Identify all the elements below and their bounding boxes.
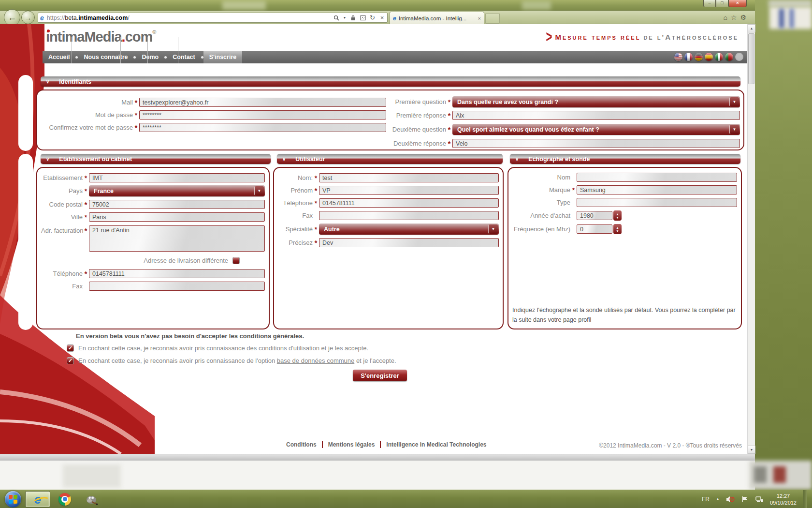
marque-input[interactable]: Samsung [577, 185, 737, 194]
flag-italy-icon[interactable] [715, 53, 723, 61]
adresse-facturation-textarea[interactable]: 21 rue d'Antin [89, 225, 265, 252]
close-window-button[interactable]: × [728, 0, 747, 7]
section-header-utilisateur[interactable]: ∨ Utilisateur [277, 154, 503, 164]
address-bar[interactable]: e https://beta.intimamedia.com/ ▼ ↻ × [38, 13, 388, 23]
window-controls: – □ × [703, 0, 747, 7]
tab-close-icon[interactable]: × [478, 15, 481, 21]
chevron-down-icon[interactable]: ▼ [254, 186, 264, 195]
flag-france-icon[interactable] [684, 53, 693, 61]
pays-select[interactable]: France ▼ [89, 185, 265, 196]
tools-gear-icon[interactable]: ⚙ [740, 14, 746, 21]
frequence-stepper[interactable]: ▲▼ [613, 224, 622, 234]
confirm-password-input[interactable]: ******** [139, 123, 386, 132]
type-input[interactable] [577, 198, 737, 207]
frequence-input[interactable]: 0 [577, 224, 612, 234]
panel-identifiants: Mail * testvpexplorer@yahoo.fr Mot de pa… [36, 90, 744, 150]
nav-item-contact[interactable]: Contact [167, 51, 201, 63]
specialite-select[interactable]: Autre ▼ [319, 224, 499, 235]
ville-input[interactable]: Paris [89, 212, 265, 222]
question1-select[interactable]: Dans quelle rue avez vous grandi ? ▼ [452, 96, 740, 107]
conditions-utilisation-link[interactable]: conditions d'utilisation [259, 344, 319, 352]
taskbar-clock[interactable]: 12:27 09/10/2012 [770, 493, 797, 506]
minimize-button[interactable]: – [703, 0, 716, 7]
new-tab-button[interactable] [485, 13, 500, 24]
taskbar-ie-button[interactable]: e [25, 491, 50, 508]
language-indicator[interactable]: FR [702, 496, 710, 503]
register-button[interactable]: S'enregistrer [353, 370, 407, 381]
livraison-checkbox[interactable] [232, 257, 240, 264]
home-icon[interactable]: ⌂ [723, 14, 727, 21]
start-button[interactable] [5, 491, 21, 508]
footer-link-mentions[interactable]: Mentions légales [328, 441, 375, 448]
action-center-flag-icon[interactable] [741, 495, 749, 503]
nav-item-sinscrire[interactable]: S'inscrire [203, 51, 242, 63]
show-desktop-button[interactable] [803, 490, 807, 508]
nom-input[interactable]: test [319, 173, 499, 182]
fax-user-input[interactable] [319, 211, 499, 220]
mail-input[interactable]: testvpexplorer@yahoo.fr [139, 98, 386, 107]
conditions-checkbox[interactable]: ✓ [67, 344, 74, 352]
nav-item-accueil[interactable]: Accueil [43, 51, 75, 63]
footer-link-conditions[interactable]: Conditions [286, 441, 317, 448]
answer2-input[interactable]: Velo [452, 139, 740, 148]
stop-icon[interactable]: × [379, 15, 385, 21]
url-text[interactable]: https://beta.intimamedia.com/ [47, 15, 333, 21]
chevron-down-icon[interactable]: ▼ [729, 97, 739, 106]
answer1-input[interactable]: Aix [452, 111, 740, 120]
titlebar-glass-reflection [222, 1, 266, 10]
nav-tick [147, 37, 148, 63]
flag-portugal-icon[interactable] [725, 53, 733, 61]
scroll-up-button[interactable]: ▲ [748, 24, 755, 32]
collapse-arrow-icon[interactable]: ∨ [46, 156, 49, 162]
telephone-input[interactable]: 0145781111 [89, 269, 265, 278]
maximize-button[interactable]: □ [716, 0, 728, 7]
section-header-identifiants[interactable]: ∨ Identifiants [41, 76, 740, 87]
search-dropdown-icon[interactable]: ▼ [343, 15, 347, 21]
collapse-arrow-icon[interactable]: ∨ [515, 156, 519, 162]
flag-us-icon[interactable] [674, 53, 682, 61]
forward-button[interactable]: → [21, 11, 35, 24]
etablissement-input[interactable]: IMT [89, 173, 265, 182]
code-postal-input[interactable]: 75002 [89, 200, 265, 209]
nav-item-nous-connaitre[interactable]: Nous connaître [78, 51, 133, 63]
tray-expand-icon[interactable]: ▲ [716, 497, 720, 501]
database-checkbox[interactable]: ✓ [67, 357, 74, 364]
flag-spain-icon[interactable] [705, 53, 713, 61]
network-icon[interactable] [755, 495, 764, 503]
base-donnees-link[interactable]: base de données commune [277, 357, 354, 364]
search-icon[interactable] [333, 15, 339, 21]
password-input[interactable]: ******** [139, 110, 386, 120]
flag-germany-icon[interactable] [695, 53, 703, 61]
section-header-etablissement[interactable]: ∨ Etablissement ou cabinet [41, 154, 271, 164]
vertical-scrollbar[interactable]: ▲ ▼ [747, 24, 755, 454]
nom-echographe-input[interactable] [577, 173, 737, 182]
taskbar-chrome-button[interactable] [52, 491, 77, 508]
annee-stepper[interactable]: ▲▼ [613, 210, 622, 221]
refresh-icon[interactable]: ↻ [369, 15, 376, 21]
nav-item-demo[interactable]: Demo [136, 51, 164, 63]
scroll-down-button[interactable]: ▼ [748, 446, 755, 454]
collapse-arrow-icon[interactable]: ∨ [46, 79, 49, 84]
taskbar-gimp-button[interactable] [79, 491, 104, 508]
compatibility-view-icon[interactable] [360, 15, 366, 21]
annee-achat-input[interactable]: 1980 [577, 211, 612, 220]
chevron-down-icon[interactable]: ▼ [488, 224, 498, 234]
fax-input[interactable] [89, 282, 265, 291]
browser-tab[interactable]: e IntimaMedia.com - Intellig... × [390, 12, 484, 24]
prenom-input[interactable]: VP [319, 186, 499, 195]
scrollbar-thumb[interactable] [748, 33, 754, 84]
mail-label: Mail [42, 99, 133, 106]
chevron-down-icon[interactable]: ▼ [729, 125, 739, 134]
collapse-arrow-icon[interactable]: ∨ [282, 156, 286, 162]
footer-link-imt[interactable]: Intelligence in Medical Technologies [386, 441, 486, 448]
section-header-echographe[interactable]: ∨ Echographe et sonde [510, 154, 740, 164]
volume-muted-icon[interactable] [726, 495, 735, 503]
chrome-icon [58, 493, 71, 506]
question2-select[interactable]: Quel sport aimiez vous quand vous étiez … [452, 124, 740, 135]
precisez-input[interactable]: Dev [319, 238, 499, 247]
browser-titlebar[interactable]: – □ × [0, 0, 755, 11]
back-button[interactable]: ← [4, 9, 20, 26]
site-logo[interactable]: intimaMedia.com® [46, 29, 156, 45]
telephone-user-input[interactable]: 0145781111 [319, 198, 499, 208]
favorites-star-icon[interactable]: ☆ [731, 14, 737, 21]
